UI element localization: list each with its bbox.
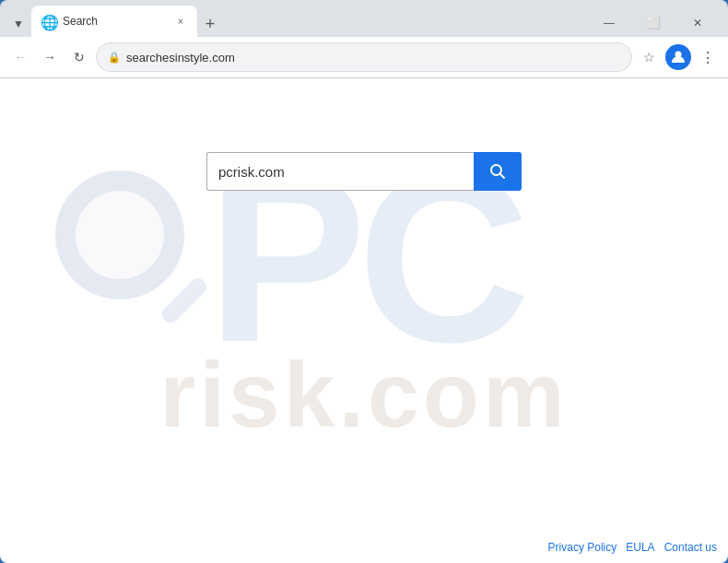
window-controls: — ⬜ ✕ [588,9,722,37]
svg-line-2 [500,174,505,179]
tab-list-button[interactable]: ▼ [6,11,31,37]
close-button[interactable]: ✕ [676,9,719,37]
privacy-policy-link[interactable]: Privacy Policy [548,541,617,554]
forward-button[interactable]: → [37,44,63,70]
contact-us-link[interactable]: Contact us [664,541,717,554]
watermark-risk-text: risk.com [159,342,568,448]
bookmark-icon[interactable]: ☆ [636,44,662,70]
page-content: PC risk.com Privacy Policy EULA Contact … [0,78,728,563]
tab-search[interactable]: 🌐 Search × [31,6,197,37]
address-bar[interactable]: 🔒 [96,42,632,72]
page-footer: Privacy Policy EULA Contact us [548,541,717,554]
reload-button[interactable]: ↻ [66,44,92,70]
profile-icon [671,50,686,65]
search-container [206,152,522,191]
profile-button[interactable] [665,44,691,70]
watermark: PC risk.com [0,78,728,563]
search-icon [489,163,506,180]
magnifier-watermark [55,170,221,336]
tab-favicon: 🌐 [41,14,55,29]
minimize-button[interactable]: — [588,9,630,37]
eula-link[interactable]: EULA [626,541,654,554]
chrome-menu-button[interactable]: ⋮ [695,44,721,70]
tab-close-button[interactable]: × [171,12,190,30]
security-icon: 🔒 [108,52,121,64]
search-button[interactable] [474,152,522,191]
search-input[interactable] [206,152,474,191]
new-tab-button[interactable]: + [197,11,223,37]
magnifier-circle [55,170,184,299]
tab-title: Search [63,15,164,28]
address-input[interactable] [126,51,620,65]
address-bar-row: ← → ↻ 🔒 ☆ ⋮ [0,37,728,78]
back-button[interactable]: ← [7,44,33,70]
magnifier-handle [159,276,209,326]
maximize-button[interactable]: ⬜ [632,9,675,37]
tab-bar: ▼ 🌐 Search × + — ⬜ ✕ [0,0,728,37]
browser-window: ▼ 🌐 Search × + — ⬜ ✕ ← → ↻ 🔒 ☆ ⋮ [0,0,728,563]
